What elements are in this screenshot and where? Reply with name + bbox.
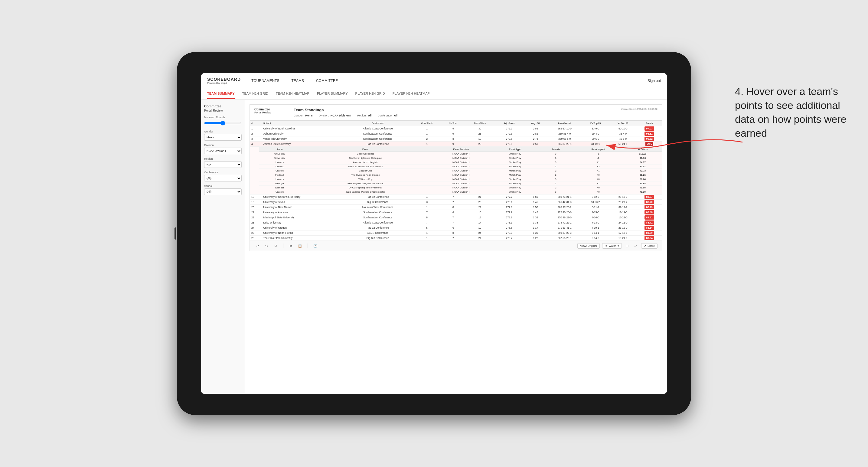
clock-icon[interactable]: 🕐: [312, 243, 318, 249]
points-cell[interactable]: 97.03: [637, 126, 662, 131]
col-conference: Conference: [343, 121, 412, 126]
conf-rank-cell: 1: [412, 126, 441, 131]
tab-team-h2h-heatmap[interactable]: TEAM H2H HEATMAP: [276, 89, 309, 99]
paste-icon[interactable]: 📋: [297, 243, 303, 249]
points-cell[interactable]: 88.34: [637, 225, 662, 230]
redo-icon[interactable]: ↪: [264, 243, 270, 249]
exp-event: Ben Hogan Collegiate Invitational: [300, 182, 430, 186]
share-button[interactable]: ↗ Share: [641, 243, 657, 249]
watch-label: Watch: [609, 244, 616, 247]
refresh-icon[interactable]: ↺: [273, 243, 279, 249]
exp-event-div: NCAA Division I: [430, 173, 492, 177]
expanded-table: Team Event Event Division Event Type Rou…: [259, 147, 662, 194]
table-row: 24 University of Oregon Pac-12 Conferenc…: [250, 225, 662, 230]
tablet-side-button: [175, 227, 176, 240]
points-cell[interactable]: 83.07: [637, 194, 662, 199]
school-select[interactable]: (All): [204, 188, 242, 195]
expanded-table-row: University Southern Highlands Collegiate…: [259, 156, 662, 160]
exp-rank-impact: +0: [573, 177, 623, 182]
nav-items: TOURNAMENTS TEAMS COMMITTEE: [250, 79, 643, 83]
points-cell[interactable]: 83.89: [637, 230, 662, 236]
school-cell: Mississippi State University: [261, 215, 343, 220]
gender-select[interactable]: Men's: [204, 134, 242, 141]
toolbar-separator: [283, 244, 283, 248]
exp-team: Georgia: [259, 182, 300, 186]
vs-top50-cell: 25-19-0: [609, 194, 637, 199]
nav-tournaments[interactable]: TOURNAMENTS: [250, 79, 281, 83]
division-label: Division: [204, 144, 242, 147]
copy-icon[interactable]: ⧉: [288, 243, 294, 249]
adj-score-cell: 273.5: [495, 142, 524, 147]
region-select[interactable]: N/A: [204, 161, 242, 168]
no-tour-cell: 7: [441, 199, 465, 205]
annotation-text: 4. Hover over a team's points to see add…: [735, 85, 850, 141]
vs-top50-cell: 19-21-0: [609, 236, 637, 241]
undo-icon[interactable]: ↩: [254, 243, 260, 249]
expand-icon[interactable]: ⤢: [633, 243, 639, 249]
school-cell: University of Alabama: [261, 210, 343, 215]
division-select[interactable]: NCAA Division I: [204, 148, 242, 154]
school-cell: University of North Florida: [261, 230, 343, 236]
adj-score-cell: 272.0: [495, 126, 524, 131]
conf-cell: Southeastern Conference: [343, 131, 412, 136]
exp-rank-impact: +3: [573, 164, 623, 169]
grid-icon[interactable]: ⊞: [624, 243, 630, 249]
col-no-tour: No Tour: [441, 121, 465, 126]
points-cell[interactable]: 83.81: [637, 215, 662, 220]
exp-team: University: [259, 152, 300, 156]
bnds-wins-cell: 20: [465, 199, 495, 205]
conference-filter-value: All: [394, 114, 397, 117]
conference-select[interactable]: (All): [204, 175, 242, 182]
table-row: 26 The Ohio State University Big Ten Con…: [250, 236, 662, 241]
standings-title: Team Standings: [294, 108, 621, 112]
points-cell[interactable]: 88.49: [637, 205, 662, 210]
low-overall-cell: 272 40-20-0: [548, 210, 582, 215]
col-conf-rank: Conf Rank: [412, 121, 441, 126]
nav-committee[interactable]: COMMITTEE: [314, 79, 339, 83]
points-cell[interactable]: 88.71: [637, 220, 662, 225]
adj-score-cell: 277.6: [495, 205, 524, 210]
tab-team-summary[interactable]: TEAM SUMMARY: [207, 89, 235, 99]
vs-top25-cell: 3-14-1: [582, 230, 609, 236]
tab-team-h2h-grid[interactable]: TEAM H2H GRID: [242, 89, 268, 99]
conf-cell: Mountain West Conference: [343, 205, 412, 210]
conf-cell: Atlantic Coast Conference: [343, 220, 412, 225]
min-rounds-slider[interactable]: [204, 120, 242, 126]
conf-cell: Southeastern Conference: [343, 210, 412, 215]
school-label: School: [204, 185, 242, 188]
view-original-button[interactable]: View: Original: [577, 243, 599, 249]
exp-w-points: 74.01: [623, 164, 662, 169]
exp-rounds: 3: [538, 164, 573, 169]
bnds-wins-cell: 18: [465, 215, 495, 220]
low-overall-cell: 260 73-21-1: [548, 194, 582, 199]
exp-col-team: Team: [259, 147, 300, 152]
exp-w-points: 84.97: [623, 160, 662, 164]
bnds-wins-cell: 14: [465, 220, 495, 225]
rank-cell: 1: [250, 126, 261, 131]
tab-player-h2h-heatmap[interactable]: PLAYER H2H HEATMAP: [393, 89, 430, 99]
watch-button[interactable]: 👁 Watch ▾: [602, 243, 622, 249]
adj-score-cell: 278.6: [495, 225, 524, 230]
nav-teams[interactable]: TEAMS: [290, 79, 306, 83]
points-cell[interactable]: 88.48: [637, 210, 662, 215]
tablet-screen: SCOREBOARD Powered by clippd TOURNAMENTS…: [201, 73, 667, 394]
main-content: Committee Portal Review Minimum Rounds G…: [201, 100, 667, 394]
points-cell[interactable]: 83.94: [637, 236, 662, 241]
points-cell[interactable]: 88.70: [637, 199, 662, 205]
no-tour-cell: 9: [441, 126, 465, 131]
gender-filter-label: Gender:: [294, 114, 304, 117]
tab-player-h2h-grid[interactable]: PLAYER H2H GRID: [355, 89, 385, 99]
tab-player-summary[interactable]: PLAYER SUMMARY: [317, 89, 348, 99]
exp-rank-impact: +0: [573, 186, 623, 190]
tablet-frame: SCOREBOARD Powered by clippd TOURNAMENTS…: [177, 52, 691, 415]
exp-event-type: Stroke Play: [492, 177, 538, 182]
exp-event: 2023 Sahalee Players Championship: [300, 190, 430, 194]
exp-rank-impact: +1: [573, 160, 623, 164]
sign-out-button[interactable]: Sign out: [643, 79, 661, 83]
rank-cell: 4: [250, 142, 261, 147]
expanded-table-row: Florida I The Cypress Point Classic NCAA…: [259, 173, 662, 177]
school-cell: University of Texas: [261, 199, 343, 205]
bnds-wins-cell: 13: [465, 210, 495, 215]
conf-rank-cell: 1: [412, 236, 441, 241]
low-overall-cell: 265 97-23-2: [548, 205, 582, 210]
